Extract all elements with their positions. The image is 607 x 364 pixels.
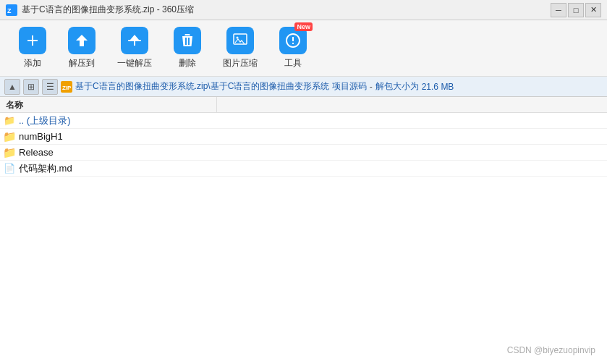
- title-bar: Z 基于C语言的图像扭曲变形系统.zip - 360压缩 ─ □ ✕: [0, 0, 607, 20]
- imgcompress-icon: [226, 27, 254, 54]
- toolbar-tools[interactable]: New 工具: [272, 24, 314, 72]
- window-title: 基于C语言的图像扭曲变形系统.zip - 360压缩: [22, 4, 546, 16]
- folder-icon: 📁: [3, 146, 16, 159]
- list-item[interactable]: 📁 numBigH1: [0, 129, 607, 145]
- md-file-icon: 📄: [3, 162, 16, 175]
- zip-path-icon: ZIP: [61, 81, 72, 93]
- path-separator: -: [370, 82, 373, 92]
- list-item[interactable]: 📁 Release: [0, 145, 607, 161]
- toolbar: 添加 解压到 一键解压 删除 图片压缩 New 工具: [0, 20, 607, 77]
- minimize-button[interactable]: ─: [551, 3, 566, 17]
- toolbar-imgcompress[interactable]: 图片压缩: [216, 24, 265, 72]
- svg-point-4: [237, 37, 239, 39]
- toolbar-extract[interactable]: 解压到: [61, 24, 103, 72]
- file-list: 名称 📁 .. (上级目录) 📁 numBigH1 📁 Release: [0, 97, 607, 364]
- folder-icon: 📁: [3, 130, 16, 143]
- content-area: 名称 📁 .. (上级目录) 📁 numBigH1 📁 Release: [0, 97, 607, 364]
- toolbar-onekey[interactable]: 一键解压: [110, 24, 159, 72]
- onekey-label: 一键解压: [117, 57, 152, 69]
- size-value: 21.6 MB: [422, 82, 454, 92]
- tools-label: 工具: [284, 57, 302, 69]
- svg-text:ZIP: ZIP: [62, 85, 72, 91]
- watermark: CSDN @biyezuopinvip: [507, 345, 595, 355]
- size-label: 解包大小为: [375, 80, 419, 93]
- toolbar-delete[interactable]: 删除: [166, 24, 208, 72]
- delete-icon: [174, 27, 201, 54]
- add-label: 添加: [24, 57, 41, 69]
- maximize-button[interactable]: □: [568, 3, 584, 17]
- close-button[interactable]: ✕: [585, 3, 601, 17]
- app-icon: Z: [6, 4, 17, 16]
- folder-parent-icon: 📁: [3, 114, 16, 127]
- tools-icon: New: [279, 27, 307, 54]
- item-name-release: Release: [19, 147, 54, 158]
- item-name-numbigh1: numBigH1: [19, 131, 63, 142]
- add-icon: [19, 27, 46, 54]
- nav-list-button[interactable]: ☰: [42, 79, 58, 95]
- delete-label: 删除: [179, 57, 196, 69]
- address-bar: ▲ ⊞ ☰ ZIP 基于C语言的图像扭曲变形系统.zip\基于C语言的图像扭曲变…: [0, 77, 607, 97]
- imgcompress-label: 图片压缩: [223, 57, 258, 69]
- nav-up-button[interactable]: ▲: [4, 79, 20, 95]
- item-name-parent: .. (上级目录): [19, 114, 71, 127]
- extract-label: 解压到: [69, 57, 95, 69]
- toolbar-add[interactable]: 添加: [12, 24, 54, 72]
- onekey-icon: [121, 27, 148, 54]
- new-badge: New: [294, 22, 313, 31]
- extract-icon: [68, 27, 95, 54]
- path-text: 基于C语言的图像扭曲变形系统.zip\基于C语言的图像扭曲变形系统 项目源码: [75, 80, 367, 93]
- nav-grid-button[interactable]: ⊞: [23, 79, 39, 95]
- svg-text:Z: Z: [7, 7, 12, 14]
- file-list-header: 名称: [0, 97, 607, 113]
- column-name: 名称: [0, 97, 217, 112]
- item-name-md: 代码架构.md: [19, 162, 72, 175]
- address-path: ZIP 基于C语言的图像扭曲变形系统.zip\基于C语言的图像扭曲变形系统 项目…: [61, 80, 603, 93]
- list-item[interactable]: 📁 .. (上级目录): [0, 113, 607, 129]
- window-controls: ─ □ ✕: [551, 3, 601, 17]
- list-item[interactable]: 📄 代码架构.md: [0, 161, 607, 177]
